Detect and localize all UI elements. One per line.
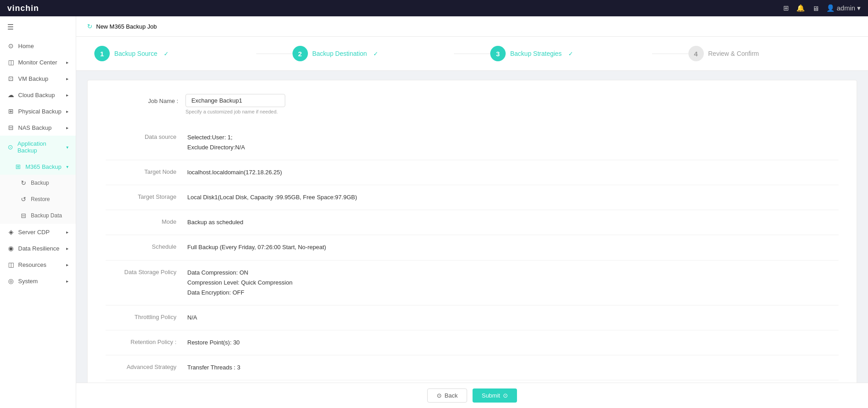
physical-backup-icon: ⊞: [7, 108, 15, 115]
resources-icon: ◫: [7, 261, 15, 268]
back-label: Back: [444, 392, 458, 399]
physical-backup-arrow: ▸: [66, 109, 68, 114]
stepper: 1 Backup Source ✓ 2 Backup Destination ✓…: [76, 37, 868, 71]
user-icon[interactable]: 👤 admin ▾: [826, 4, 861, 12]
system-icon: ◎: [7, 277, 15, 285]
sidebar-item-vm-backup[interactable]: ⊡ VM Backup ▸: [0, 70, 76, 87]
layout: ☰ ⊙ Home ◫ Monitor Center ▸ ⊡ VM Backup …: [0, 16, 868, 408]
step-2-check: ✓: [373, 50, 378, 57]
data-resilience-icon: ◉: [7, 245, 15, 252]
m365-icon: ⊞: [15, 163, 22, 170]
sidebar-submenu-application: ⊞ M365 Backup ▾ ↻ Backup ↺ Restore ⊟ Bac…: [0, 158, 76, 224]
application-backup-arrow: ▾: [66, 145, 68, 150]
sidebar-sub-submenu-m365: ↻ Backup ↺ Restore ⊟ Backup Data: [0, 175, 76, 224]
step-3-check: ✓: [568, 50, 573, 57]
review-value-storage-policy: Data Compression: ONCompression Level: Q…: [187, 268, 293, 298]
sidebar-item-resources[interactable]: ◫ Resources ▸: [0, 256, 76, 273]
review-row-mode: Mode Backup as scheduled: [106, 210, 839, 235]
review-value-retention: Restore Point(s): 30: [187, 338, 240, 348]
step-2-label: Backup Destination: [312, 50, 367, 57]
sidebar-label-vm-backup: VM Backup: [18, 75, 48, 82]
restore-icon: ↺: [20, 196, 27, 203]
sidebar-item-m365-backup[interactable]: ⊞ M365 Backup ▾: [0, 158, 76, 175]
sidebar-item-data-resilience[interactable]: ◉ Data Resilience ▸: [0, 240, 76, 256]
sidebar-item-monitor-center[interactable]: ◫ Monitor Center ▸: [0, 54, 76, 70]
sidebar-toggle[interactable]: ☰: [0, 16, 76, 38]
step-2: 2 Backup Destination ✓: [293, 46, 454, 61]
step-divider-2-3: [454, 54, 490, 54]
form-container: Job Name : Specify a customized job name…: [87, 80, 857, 408]
review-row-datasource: Data source Selected:User: 1;Exclude Dir…: [106, 125, 839, 160]
logo-vin: vin: [7, 4, 20, 13]
sidebar-item-home[interactable]: ⊙ Home: [0, 38, 76, 54]
back-button[interactable]: ⊙ Back: [427, 388, 467, 403]
topbar-right: ⊞ 🔔 🖥 👤 admin ▾: [783, 4, 861, 12]
sidebar-label-m365-backup: M365 Backup: [25, 163, 62, 170]
review-row-throttling: Throttling Policy N/A: [106, 305, 839, 330]
back-icon: ⊙: [437, 392, 442, 399]
data-resilience-arrow: ▸: [66, 246, 68, 251]
m365-backup-arrow: ▾: [66, 164, 68, 169]
sidebar-label-application-backup: Application Backup: [17, 140, 63, 154]
bell-icon[interactable]: 🔔: [796, 4, 805, 12]
review-row-storage-policy: Data Storage Policy Data Compression: ON…: [106, 261, 839, 305]
step-divider-3-4: [652, 54, 688, 54]
submit-label: Submit: [482, 392, 500, 399]
nas-backup-icon: ⊟: [7, 124, 15, 131]
sidebar-label-monitor-center: Monitor Center: [18, 59, 57, 66]
nas-backup-arrow: ▸: [66, 125, 68, 130]
sidebar-label-resources: Resources: [18, 261, 46, 268]
job-name-input[interactable]: [185, 94, 285, 107]
sidebar-label-backup: Backup: [31, 180, 49, 186]
sidebar-label-physical-backup: Physical Backup: [18, 108, 61, 115]
grid-icon[interactable]: ⊞: [783, 4, 789, 12]
home-icon: ⊙: [7, 42, 15, 49]
sidebar-item-restore[interactable]: ↺ Restore: [0, 191, 76, 207]
step-1-check: ✓: [164, 50, 169, 57]
page-title: New M365 Backup Job: [96, 23, 157, 30]
step-3-circle: 3: [490, 46, 506, 61]
sidebar-label-data-resilience: Data Resilience: [18, 245, 59, 252]
logo: vinchin: [7, 4, 39, 13]
main-content: ↻ New M365 Backup Job 1 Backup Source ✓ …: [76, 16, 868, 408]
job-name-label: Job Name :: [106, 94, 178, 104]
sidebar-item-server-cdp[interactable]: ◈ Server CDP ▸: [0, 224, 76, 240]
logo-chin: chin: [20, 4, 39, 13]
sidebar: ☰ ⊙ Home ◫ Monitor Center ▸ ⊡ VM Backup …: [0, 16, 76, 408]
monitor-center-arrow: ▸: [66, 60, 68, 65]
review-row-targetstorage: Target Storage Local Disk1(Local Disk, C…: [106, 185, 839, 210]
review-value-targetnode: localhost.localdomain(172.18.26.25): [187, 167, 282, 177]
review-row-schedule: Schedule Full Backup (Every Friday, 07:2…: [106, 235, 839, 260]
sidebar-item-cloud-backup[interactable]: ☁ Cloud Backup ▸: [0, 87, 76, 103]
monitor-icon[interactable]: 🖥: [812, 5, 819, 12]
step-3-label: Backup Strategies: [510, 50, 562, 57]
sidebar-label-restore: Restore: [31, 196, 50, 202]
sidebar-item-nas-backup[interactable]: ⊟ NAS Backup ▸: [0, 119, 76, 136]
backup-data-icon: ⊟: [20, 212, 27, 219]
job-name-hint: Specify a customized job name if needed.: [185, 109, 285, 114]
sidebar-label-server-cdp: Server CDP: [18, 229, 49, 236]
review-value-throttling: N/A: [187, 313, 197, 323]
monitor-center-icon: ◫: [7, 59, 15, 66]
refresh-icon: ↻: [87, 23, 93, 30]
step-1: 1 Backup Source ✓: [94, 46, 256, 61]
sidebar-item-application-backup[interactable]: ⊙ Application Backup ▾: [0, 136, 76, 158]
step-divider-1-2: [256, 54, 293, 54]
step-1-circle: 1: [94, 46, 110, 61]
vm-backup-arrow: ▸: [66, 76, 68, 81]
sidebar-item-physical-backup[interactable]: ⊞ Physical Backup ▸: [0, 103, 76, 119]
submit-button[interactable]: Submit ⊙: [473, 388, 517, 403]
sidebar-item-backup[interactable]: ↻ Backup: [0, 175, 76, 191]
job-name-row: Job Name : Specify a customized job name…: [106, 94, 839, 114]
step-4: 4 Review & Confirm: [688, 46, 850, 61]
sidebar-item-backup-data[interactable]: ⊟ Backup Data: [0, 207, 76, 224]
step-4-circle: 4: [688, 46, 704, 61]
backup-icon: ↻: [20, 179, 27, 187]
system-arrow: ▸: [66, 279, 68, 284]
review-label-datasource: Data source: [106, 133, 187, 140]
sidebar-label-home: Home: [18, 43, 34, 49]
cloud-backup-icon: ☁: [7, 91, 15, 98]
sidebar-item-system[interactable]: ◎ System ▸: [0, 273, 76, 289]
server-cdp-icon: ◈: [7, 228, 15, 236]
review-label-storage-policy: Data Storage Policy: [106, 268, 187, 275]
